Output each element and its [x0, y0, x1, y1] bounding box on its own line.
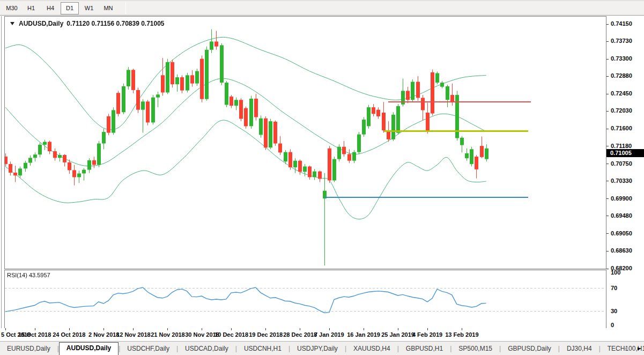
price-axis-tick: [606, 251, 609, 252]
price-axis-label: 0.71600: [611, 125, 632, 131]
date-axis-tick: [329, 328, 330, 330]
price-axis-tick: [606, 76, 609, 77]
price-axis-label: 0.69900: [611, 195, 632, 202]
date-axis-tick: [5, 328, 6, 330]
timeframe-buttons: M30H1H4D1W1MN: [2, 2, 118, 14]
window-left-frame: [1, 16, 2, 328]
tab-eurusd-daily[interactable]: EURUSD,Daily: [0, 343, 57, 355]
price-axis-tick: [606, 129, 609, 129]
rsi-axis-label: 0: [611, 322, 614, 328]
tab-sp500-m15[interactable]: SP500,M15: [451, 343, 499, 355]
price-axis-tick: [606, 233, 609, 234]
tab-scroll-right-icon[interactable]: ►: [636, 345, 642, 352]
price-axis-label: 0.72880: [611, 72, 632, 79]
price-axis[interactable]: 0.741500.737300.733000.728800.724500.720…: [606, 16, 644, 329]
date-axis[interactable]: 5 Oct 201815 Oct 201824 Oct 20182 Nov 20…: [0, 328, 606, 341]
price-axis-label: 0.72030: [611, 107, 632, 114]
tab-usdchf-daily[interactable]: USDCHF,Daily: [120, 343, 176, 355]
date-axis-tick: [300, 328, 300, 330]
price-axis-label: 0.69050: [611, 230, 632, 236]
date-axis-label: 16 Jan 2019: [347, 331, 380, 338]
chart-title: AUDUSD,Daily 0.71120 0.71156 0.70839 0.7…: [10, 20, 165, 27]
date-axis-label: 21 Nov 2018: [151, 331, 185, 338]
price-axis-tick: [606, 216, 609, 216]
chart-symbol-period: AUDUSD,Daily: [19, 20, 63, 27]
date-axis-tick: [69, 328, 70, 330]
date-axis-tick: [364, 328, 364, 330]
current-price-badge: 0.71005: [606, 149, 644, 157]
timeframe-button-h4[interactable]: H4: [41, 2, 60, 14]
price-axis-tick: [606, 111, 609, 112]
tab-scroll-arrows: ◄ ►: [623, 345, 642, 352]
date-axis-label: 13 Feb 2019: [445, 331, 478, 338]
price-axis-label: 0.68630: [611, 247, 632, 254]
price-axis-label: 0.73730: [611, 38, 632, 44]
timeframe-toolbar: M30H1H4D1W1MN: [0, 0, 644, 16]
date-axis-label: 7 Jan 2019: [314, 331, 344, 338]
date-axis-tick: [265, 328, 266, 330]
tab-usdjpy-daily[interactable]: USDJPY,Daily: [290, 343, 345, 355]
price-axis-label: 0.70750: [611, 160, 632, 167]
price-axis-label: 0.73300: [611, 55, 632, 62]
tab-dj30-h4[interactable]: DJ30,H4: [560, 343, 599, 355]
rsi-indicator-pane: RSI(14) 43.5957: [4, 270, 606, 329]
price-axis-label: 0.69480: [611, 212, 632, 219]
trading-terminal-window: { "toolbar": { "timeframes": ["M30","H1"…: [0, 0, 644, 355]
price-axis-tick: [606, 198, 609, 199]
tab-gbpusd-h1[interactable]: GBPUSD,H1: [399, 343, 450, 355]
tab-usdcad-daily[interactable]: USDCAD,Daily: [178, 343, 235, 355]
date-axis-label: 28 Dec 2018: [283, 331, 317, 338]
date-axis-tick: [231, 328, 232, 330]
tab-xauusd-h4[interactable]: XAUUSD,H4: [346, 343, 397, 355]
chart-ohlc-values: 0.71120 0.71156 0.70839 0.71005: [66, 20, 164, 27]
price-axis-tick: [606, 41, 609, 42]
timeframe-button-h1[interactable]: H1: [22, 2, 40, 14]
tab-gbpusd-daily[interactable]: GBPUSD,Daily: [501, 343, 558, 355]
timeframe-button-m30[interactable]: M30: [3, 2, 21, 14]
price-axis-label: 0.72450: [611, 90, 632, 97]
date-axis-tick: [398, 328, 398, 330]
price-axis-tick: [606, 59, 609, 60]
date-axis-label: 2 Nov 2018: [88, 331, 119, 338]
main-chart-pane: AUDUSD,Daily 0.71120 0.71156 0.70839 0.7…: [4, 16, 606, 269]
rsi-chart-canvas[interactable]: [5, 270, 606, 328]
rsi-axis-label: 30: [611, 308, 617, 314]
rsi-axis-label: 100: [611, 269, 620, 276]
timeframe-button-d1[interactable]: D1: [61, 2, 79, 14]
date-axis-tick: [427, 328, 428, 330]
date-axis-tick: [133, 328, 134, 330]
date-axis-label: 19 Dec 2018: [249, 331, 283, 338]
rsi-axis-label: 70: [611, 285, 617, 291]
timeframe-button-w1[interactable]: W1: [80, 2, 98, 14]
price-axis-tick: [606, 164, 609, 164]
price-axis-label: 0.74150: [611, 20, 632, 27]
tab-scroll-left-icon[interactable]: ◄: [623, 345, 628, 352]
date-axis-label: 25 Jan 2019: [381, 331, 414, 338]
price-axis-tick: [606, 146, 609, 146]
price-axis-tick: [606, 181, 609, 181]
date-axis-label: 24 Oct 2018: [53, 331, 85, 338]
price-axis-label: 0.70330: [611, 178, 632, 184]
timeframe-button-mn[interactable]: MN: [99, 2, 117, 14]
candlestick-chart-canvas[interactable]: [5, 17, 606, 269]
date-axis-label: 4 Feb 2019: [412, 331, 442, 338]
tab-audusd-daily[interactable]: AUDUSD,Daily: [59, 342, 119, 355]
price-axis-tick: [606, 94, 609, 94]
symbol-tab-bar: EURUSD,Daily|AUDUSD,Daily|USDCHF,Daily|U…: [0, 341, 644, 355]
date-axis-label: 15 Oct 2018: [18, 331, 51, 338]
toolbar-separator: [125, 2, 126, 14]
date-axis-tick: [167, 328, 168, 330]
price-axis-label: 0.71180: [611, 143, 632, 149]
date-axis-tick: [462, 328, 462, 330]
price-axis-tick: [606, 24, 609, 25]
date-axis-tick: [202, 328, 202, 330]
price-axis-tick: [606, 269, 609, 269]
rsi-label: RSI(14) 43.5957: [7, 272, 50, 278]
date-axis-tick: [35, 328, 35, 330]
tab-usdcnh-h1[interactable]: USDCNH,H1: [237, 343, 288, 355]
chart-dropdown-icon[interactable]: [10, 22, 14, 25]
date-axis-label: 12 Nov 2018: [116, 331, 151, 338]
date-axis-tick: [103, 328, 104, 330]
date-axis-label: 10 Dec 2018: [214, 331, 248, 338]
